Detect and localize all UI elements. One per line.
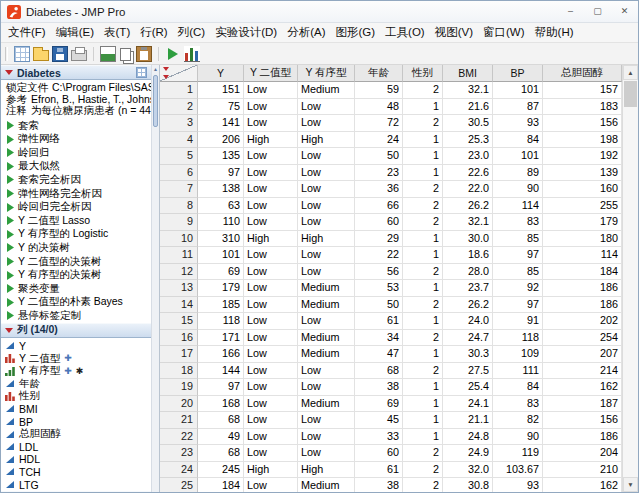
- data-cell[interactable]: Medium: [298, 346, 355, 363]
- data-cell[interactable]: 184: [543, 264, 622, 281]
- row-number-cell[interactable]: 19: [160, 379, 198, 396]
- data-cell[interactable]: 183: [543, 99, 622, 116]
- column-item[interactable]: BP: [1, 415, 151, 428]
- column-header[interactable]: Y 二值型: [244, 65, 298, 82]
- data-cell[interactable]: 187: [543, 396, 622, 413]
- data-cell[interactable]: Low: [244, 181, 298, 198]
- data-cell[interactable]: 18.6: [443, 247, 493, 264]
- data-cell[interactable]: 114: [493, 198, 543, 215]
- data-cell[interactable]: 72: [355, 115, 403, 132]
- data-cell[interactable]: 101: [493, 148, 543, 165]
- data-cell[interactable]: 118: [198, 313, 244, 330]
- data-cell[interactable]: Low: [298, 313, 355, 330]
- data-cell[interactable]: High: [298, 462, 355, 479]
- data-cell[interactable]: 60: [355, 214, 403, 231]
- data-cell[interactable]: 156: [543, 412, 622, 429]
- data-cell[interactable]: 2: [403, 198, 443, 215]
- script-item[interactable]: 弹性网络完全析因: [1, 187, 151, 201]
- row-number-cell[interactable]: 10: [160, 231, 198, 248]
- data-cell[interactable]: Low: [244, 396, 298, 413]
- data-cell[interactable]: 179: [198, 280, 244, 297]
- data-cell[interactable]: Low: [244, 478, 298, 492]
- column-header[interactable]: BP: [493, 65, 543, 82]
- row-number-cell[interactable]: 6: [160, 165, 198, 182]
- data-cell[interactable]: 214: [543, 363, 622, 380]
- column-item[interactable]: 年龄: [1, 377, 151, 390]
- data-cell[interactable]: 85: [493, 264, 543, 281]
- data-cell[interactable]: 32.1: [443, 82, 493, 99]
- data-cell[interactable]: 2: [403, 264, 443, 281]
- data-cell[interactable]: 171: [198, 330, 244, 347]
- data-cell[interactable]: 63: [198, 198, 244, 215]
- data-cell[interactable]: 82: [493, 412, 543, 429]
- data-cell[interactable]: 2: [403, 445, 443, 462]
- data-cell[interactable]: 1: [403, 396, 443, 413]
- data-cell[interactable]: Low: [244, 280, 298, 297]
- data-cell[interactable]: 109: [493, 346, 543, 363]
- menu-window[interactable]: 窗口(W): [478, 23, 530, 42]
- data-cell[interactable]: Low: [298, 148, 355, 165]
- paste-icon[interactable]: [136, 46, 152, 62]
- save-icon[interactable]: [52, 46, 68, 62]
- data-cell[interactable]: 144: [198, 363, 244, 380]
- data-cell[interactable]: 34: [355, 330, 403, 347]
- data-cell[interactable]: Medium: [298, 396, 355, 413]
- column-header[interactable]: Y 有序型: [298, 65, 355, 82]
- data-cell[interactable]: 184: [198, 478, 244, 492]
- data-cell[interactable]: 24.7: [443, 330, 493, 347]
- column-header[interactable]: 年龄: [355, 65, 403, 82]
- script-item[interactable]: 聚类变量: [1, 282, 151, 296]
- row-number-cell[interactable]: 8: [160, 198, 198, 215]
- data-cell[interactable]: Medium: [298, 297, 355, 314]
- data-cell[interactable]: 30.8: [443, 478, 493, 492]
- row-number-cell[interactable]: 3: [160, 115, 198, 132]
- column-header[interactable]: 总胆固醇: [543, 65, 622, 82]
- data-cell[interactable]: 2: [403, 181, 443, 198]
- column-header[interactable]: BMI: [443, 65, 493, 82]
- data-cell[interactable]: 56: [355, 264, 403, 281]
- row-number-cell[interactable]: 1: [160, 82, 198, 99]
- data-cell[interactable]: Low: [298, 445, 355, 462]
- graph-builder-icon[interactable]: [184, 46, 200, 62]
- data-cell[interactable]: Low: [244, 330, 298, 347]
- data-cell[interactable]: Low: [298, 412, 355, 429]
- data-cell[interactable]: 1: [403, 99, 443, 116]
- data-cell[interactable]: 38: [355, 478, 403, 492]
- data-cell[interactable]: 66: [355, 198, 403, 215]
- new-data-table-icon[interactable]: [14, 46, 30, 62]
- data-cell[interactable]: 110: [198, 214, 244, 231]
- data-cell[interactable]: 68: [355, 363, 403, 380]
- row-number-cell[interactable]: 21: [160, 412, 198, 429]
- data-cell[interactable]: 101: [198, 247, 244, 264]
- data-cell[interactable]: 38: [355, 379, 403, 396]
- scroll-down-button[interactable]: ▼: [623, 477, 638, 492]
- data-cell[interactable]: 23: [355, 165, 403, 182]
- sidebar-scrollbar-thumb[interactable]: [153, 75, 158, 127]
- data-cell[interactable]: High: [244, 132, 298, 149]
- data-cell[interactable]: 30.0: [443, 231, 493, 248]
- data-cell[interactable]: Low: [244, 264, 298, 281]
- data-cell[interactable]: 90: [493, 181, 543, 198]
- data-cell[interactable]: 84: [493, 132, 543, 149]
- column-header[interactable]: Y: [198, 65, 244, 82]
- data-cell[interactable]: Low: [298, 363, 355, 380]
- data-cell[interactable]: 192: [543, 148, 622, 165]
- data-cell[interactable]: Low: [244, 198, 298, 215]
- script-item[interactable]: 最大似然: [1, 160, 151, 174]
- red-triangle-menu-icon[interactable]: [5, 328, 13, 333]
- data-cell[interactable]: 1: [403, 280, 443, 297]
- data-cell[interactable]: 1: [403, 429, 443, 446]
- data-cell[interactable]: 50: [355, 297, 403, 314]
- data-cell[interactable]: 91: [493, 313, 543, 330]
- data-cell[interactable]: Low: [244, 148, 298, 165]
- data-cell[interactable]: Medium: [298, 280, 355, 297]
- data-cell[interactable]: 255: [543, 198, 622, 215]
- data-cell[interactable]: 162: [543, 478, 622, 492]
- vertical-scrollbar[interactable]: ▲ ▼: [622, 65, 638, 492]
- data-cell[interactable]: 207: [543, 346, 622, 363]
- script-item[interactable]: 套索: [1, 119, 151, 133]
- open-icon[interactable]: [33, 50, 49, 61]
- data-cell[interactable]: Low: [244, 99, 298, 116]
- data-cell[interactable]: 1: [403, 165, 443, 182]
- data-cell[interactable]: 30.3: [443, 346, 493, 363]
